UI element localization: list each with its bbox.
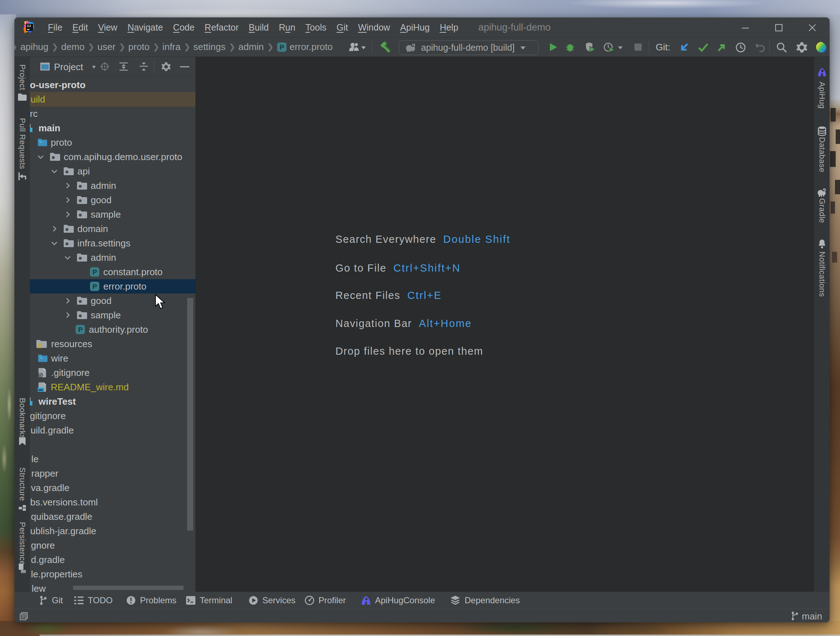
- svg-text:IJ: IJ: [27, 24, 31, 28]
